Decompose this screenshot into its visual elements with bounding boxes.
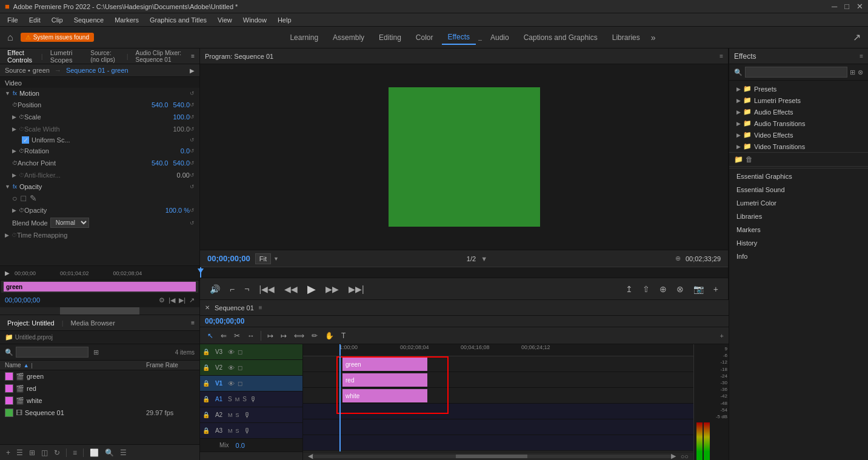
- motion-reset[interactable]: ↺: [190, 90, 195, 96]
- resize-handle[interactable]: |: [32, 362, 33, 368]
- rotation-reset[interactable]: ↺: [190, 148, 195, 154]
- track-a1-sync[interactable]: S: [228, 396, 232, 402]
- sequence-close-btn[interactable]: ✕: [205, 304, 210, 311]
- seq-tool-slip[interactable]: ↔: [245, 330, 257, 341]
- nav-learning[interactable]: Learning: [284, 31, 324, 44]
- effects-menu-icon[interactable]: ≡: [860, 53, 863, 59]
- effects-essential-graphics[interactable]: Essential Graphics: [729, 170, 868, 183]
- nav-assembly[interactable]: Assembly: [327, 31, 370, 44]
- anchor-x[interactable]: 540.0: [152, 159, 169, 167]
- project-list-view[interactable]: ☰: [15, 447, 24, 458]
- seq-tool-select[interactable]: ↖: [205, 330, 216, 341]
- project-search-input[interactable]: [16, 347, 88, 358]
- track-v3-eye[interactable]: 👁: [228, 348, 235, 356]
- project-item-white[interactable]: 🎬 white: [0, 395, 199, 407]
- project-item-sequence[interactable]: 🎞 Sequence 01 29.97 fps: [0, 407, 199, 419]
- seq-tool-ripple[interactable]: ↦: [265, 330, 276, 341]
- nav-color[interactable]: Color: [410, 31, 439, 44]
- ec-timeline-expand[interactable]: ▶: [5, 270, 10, 276]
- sequence-menu-icon[interactable]: ≡: [259, 304, 262, 311]
- effects-history[interactable]: History: [729, 236, 868, 250]
- menu-edit[interactable]: Edit: [24, 15, 45, 25]
- track-a3-m[interactable]: M: [228, 428, 233, 434]
- seq-tool-rate-stretch[interactable]: ⟺: [292, 330, 307, 341]
- scale-value[interactable]: 100.0: [173, 113, 190, 121]
- effects-item-audio-transitions[interactable]: ▶ 📁 Audio Transitions: [729, 118, 868, 129]
- anti-flicker-reset[interactable]: ↺: [190, 172, 195, 178]
- monitor-btn-step-fwd[interactable]: ▶▶: [323, 282, 341, 296]
- track-content-v3[interactable]: green: [303, 356, 693, 372]
- monitor-btn-audio[interactable]: 🔊: [207, 282, 222, 296]
- ec-nav-prev[interactable]: |◀: [169, 296, 175, 304]
- monitor-btn-next-edit[interactable]: ▶▶|: [346, 282, 367, 296]
- scale-stopwatch[interactable]: ⏱: [19, 114, 24, 120]
- anti-flicker-expand[interactable]: ▶: [12, 172, 16, 178]
- effects-libraries[interactable]: Libraries: [729, 210, 868, 223]
- monitor-btn-mark-in[interactable]: ⌐: [227, 282, 237, 296]
- project-freeform-view[interactable]: ◫: [40, 447, 49, 458]
- track-a2-s[interactable]: S: [236, 412, 239, 418]
- effects-info[interactable]: Info: [729, 250, 868, 263]
- project-settings-btn[interactable]: ☰: [119, 447, 128, 458]
- tab-project[interactable]: Project: Untitled: [5, 318, 57, 328]
- tab-media-browser[interactable]: Media Browser: [68, 318, 118, 328]
- project-icon-view[interactable]: ⊞: [28, 447, 36, 458]
- opacity-percent[interactable]: 100.0 %: [165, 207, 190, 214]
- track-a2-m[interactable]: M: [228, 412, 233, 418]
- monitor-menu-icon[interactable]: ≡: [719, 53, 723, 59]
- position-x[interactable]: 540.0: [152, 101, 169, 108]
- seq-add-track-btn[interactable]: +: [720, 332, 724, 339]
- position-stopwatch[interactable]: ⏱: [12, 102, 18, 108]
- col-rate-header[interactable]: Frame Rate: [146, 362, 195, 368]
- seq-scroll-thumb[interactable]: [456, 455, 527, 458]
- clip-v1-white[interactable]: white: [342, 389, 427, 402]
- effects-item-lumetri-presets[interactable]: ▶ 📁 Lumetri Presets: [729, 95, 868, 106]
- menu-graphics-titles[interactable]: Graphics and Titles: [145, 15, 212, 25]
- track-content-a3[interactable]: [303, 435, 693, 451]
- opacity-header[interactable]: ▼ fx Opacity ↺: [0, 181, 199, 192]
- tab-lumetri-scopes[interactable]: Lumetri Scopes: [48, 48, 81, 65]
- ec-nav-next[interactable]: ▶|: [179, 296, 185, 304]
- ec-export-icon[interactable]: ↗: [189, 296, 195, 304]
- menu-markers[interactable]: Markers: [110, 15, 144, 25]
- project-new-bin[interactable]: +: [5, 447, 12, 458]
- rotation-stopwatch[interactable]: ⏱: [19, 148, 24, 154]
- monitor-btn-lift[interactable]: ↥: [623, 282, 635, 296]
- monitor-fraction-arrow[interactable]: ▼: [481, 255, 487, 262]
- nav-effects[interactable]: Effects: [442, 30, 476, 45]
- nav-libraries[interactable]: Libraries: [606, 31, 646, 44]
- position-reset[interactable]: ↺: [190, 102, 195, 108]
- monitor-btn-overwrite[interactable]: ⊗: [674, 282, 686, 296]
- rotation-value[interactable]: 0.0: [181, 147, 190, 155]
- system-warning-badge[interactable]: ⚠ System issues found: [21, 33, 94, 42]
- effects-icon-btn-1[interactable]: ⊞: [850, 68, 855, 76]
- clip-v3-green[interactable]: green: [342, 358, 427, 371]
- clip-v2-red[interactable]: red: [342, 373, 427, 387]
- effects-search-input[interactable]: [745, 67, 847, 78]
- nav-more-button[interactable]: »: [649, 30, 658, 45]
- track-a2-mic[interactable]: 🎙: [244, 411, 251, 419]
- nav-captions[interactable]: Captions and Graphics: [518, 31, 604, 44]
- project-menu-icon[interactable]: ≡: [191, 319, 195, 326]
- project-item-red[interactable]: 🎬 red: [0, 382, 199, 395]
- track-v1-lock[interactable]: 🔒: [202, 380, 210, 387]
- menu-view[interactable]: View: [213, 15, 237, 25]
- monitor-safe-icon[interactable]: ⊕: [675, 255, 681, 262]
- anchor-y[interactable]: 540.0: [173, 159, 190, 167]
- project-clear-btn[interactable]: ⬜: [88, 447, 100, 458]
- track-a1-solo-s[interactable]: S: [242, 396, 247, 402]
- project-view-icon[interactable]: ⊞: [93, 348, 99, 356]
- close-button[interactable]: ✕: [856, 2, 863, 11]
- track-content-v1[interactable]: white: [303, 388, 693, 404]
- opacity-expand[interactable]: ▶: [12, 207, 16, 213]
- opacity-reset[interactable]: ↺: [190, 184, 195, 190]
- track-v2-solo[interactable]: ◻: [238, 364, 242, 371]
- blend-mode-select[interactable]: Normal Multiply Screen: [50, 218, 89, 228]
- menu-window[interactable]: Window: [238, 15, 272, 25]
- menu-file[interactable]: File: [2, 15, 23, 25]
- scale-width-expand[interactable]: ▶: [12, 126, 16, 132]
- tab-effect-controls[interactable]: Effect Controls: [5, 48, 36, 65]
- menu-clip[interactable]: Clip: [47, 15, 68, 25]
- seq-scroll-left[interactable]: ◀: [308, 452, 313, 460]
- effects-lumetri-color[interactable]: Lumetri Color: [729, 196, 868, 210]
